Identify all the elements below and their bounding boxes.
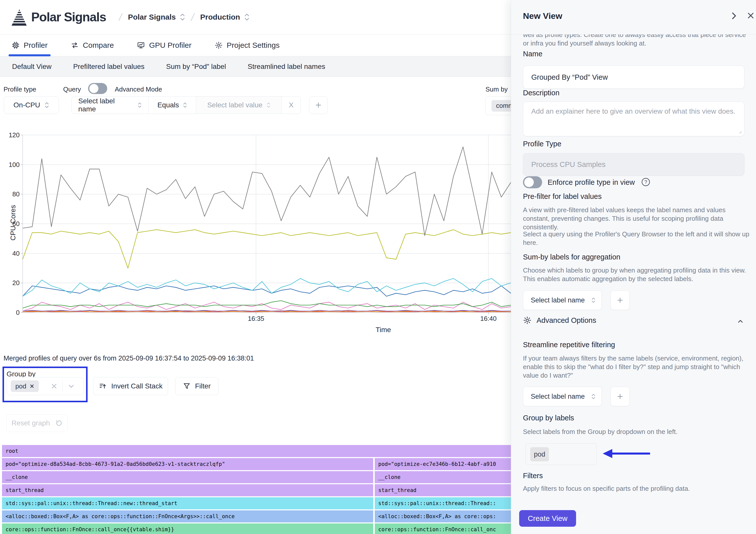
flame-frame-right[interactable]: std::sys::pal::unix::thread::Thread::	[375, 497, 511, 509]
groupby-labels-text: Select labels from the Group by dropdown…	[523, 427, 751, 436]
streamline-add-button[interactable]	[610, 387, 630, 406]
sumby-label-select[interactable]: Select label name	[523, 291, 602, 310]
collapse-panel-icon[interactable]	[730, 12, 738, 20]
sumby-add-button[interactable]	[610, 291, 630, 310]
chart-series	[23, 147, 511, 236]
streamline-label-select[interactable]: Select label name	[523, 387, 602, 406]
merged-profiles-text: Merged profiles of query over 6s from 20…	[4, 354, 254, 362]
flame-frame-left[interactable]: std::sys::pal::unix::thread::Thread::new…	[2, 497, 373, 509]
flame-frame-left[interactable]: core::ops::function::FnOnce::call_once{{…	[2, 523, 373, 534]
chevron-updown-icon	[591, 393, 595, 400]
tab-profiler[interactable]: Profiler	[12, 34, 47, 56]
flame-frame-left[interactable]: start_thread	[2, 484, 373, 496]
groupby-labels-heading: Group by labels	[523, 414, 574, 422]
close-panel-icon[interactable]	[747, 12, 755, 20]
prefilter-text: A view with pre-filtered label values ke…	[523, 206, 751, 231]
y-tick-label: 40	[9, 250, 20, 257]
breadcrumb-project[interactable]: Production	[200, 13, 250, 21]
resize-handle-icon[interactable]	[738, 130, 742, 134]
x-tick-label: 16:35	[248, 315, 264, 322]
operator-select[interactable]: Equals	[148, 96, 196, 114]
group-by-chip[interactable]: pod	[11, 380, 39, 392]
flame-frame-right[interactable]: __clone	[375, 471, 511, 483]
tab-label: GPU Profiler	[149, 41, 191, 50]
view-tab-sum-by-pod-label[interactable]: Sum by “Pod” label	[166, 63, 226, 71]
annotation-arrow-icon	[602, 448, 652, 459]
flame-frame-right[interactable]: pod="optimize-ec7e346b-6b12-4abf-a910	[375, 458, 511, 470]
flame-frame-root[interactable]: root	[2, 445, 511, 457]
name-input[interactable]: Grouped By “Pod” View	[523, 65, 744, 89]
description-textarea[interactable]: Add an explainer here to give an overvie…	[523, 102, 744, 136]
create-view-button[interactable]: Create View	[519, 510, 576, 527]
flame-frame-left[interactable]: pod="optimize-d8a534ad-8cbb-4673-91a2-0a…	[2, 458, 373, 470]
toggle-knob	[89, 84, 98, 93]
tab-project-settings[interactable]: Project Settings	[215, 34, 280, 56]
cpu-cores-chart[interactable]	[20, 133, 511, 315]
profile-type-label: Profile type	[4, 86, 36, 93]
panel-title: New View	[523, 11, 562, 21]
plus-icon	[314, 101, 322, 109]
group-by-select[interactable]: pod	[7, 377, 84, 395]
advanced-options-row[interactable]: Advanced Options	[523, 316, 596, 324]
remove-chip-icon[interactable]	[30, 384, 34, 389]
chevron-updown-icon	[266, 102, 271, 108]
chart-series	[23, 279, 511, 296]
chevron-updown-icon	[183, 102, 187, 108]
enforce-profile-type-label: Enforce profile type in view	[548, 178, 635, 187]
flame-frame-right[interactable]: start_thread	[375, 484, 511, 496]
label-name-select[interactable]: Select label name	[72, 96, 148, 114]
breadcrumb: / Polar Signals / Production	[119, 12, 250, 23]
clear-all-icon[interactable]	[51, 383, 57, 390]
sum-by-select[interactable]: comm	[485, 96, 511, 115]
x-tick-label: 16:40	[480, 315, 497, 322]
y-tick-label: 20	[9, 279, 20, 287]
plus-icon	[616, 296, 624, 304]
filter-button[interactable]: Filter	[175, 377, 218, 395]
groupby-pod-chip[interactable]: pod	[530, 447, 549, 461]
advanced-mode-toggle[interactable]	[88, 83, 107, 94]
chevron-updown-icon[interactable]	[244, 13, 250, 21]
reset-graph-button[interactable]: Reset graph	[6, 414, 68, 432]
tab-gpu-profiler[interactable]: GPU Profiler	[137, 34, 191, 56]
help-icon[interactable]: ?	[641, 177, 651, 187]
profile-type-label: Profile Type	[523, 140, 561, 148]
groupby-labels-box: pod	[526, 443, 597, 465]
chevron-updown-icon	[44, 102, 49, 109]
flame-frame-right[interactable]: core::ops::function::FnOnce::call_onc	[375, 523, 511, 534]
view-tab-default-view[interactable]: Default View	[12, 63, 52, 71]
chevron-down-icon[interactable]	[68, 383, 75, 390]
profile-type-select[interactable]: On-CPU	[4, 96, 59, 114]
app-header: Polar Signals / Polar Signals / Producti…	[0, 0, 511, 35]
profile-type-input[interactable]: Process CPU Samples	[523, 153, 744, 176]
tab-compare[interactable]: Compare	[71, 34, 114, 56]
chevron-updown-icon[interactable]	[180, 13, 185, 21]
label-value-select[interactable]: Select label value	[196, 96, 282, 114]
flame-frame-left[interactable]: <alloc::boxed::Box<F,A> as core::ops::fu…	[2, 510, 373, 522]
chevron-up-icon[interactable]	[737, 318, 744, 325]
breadcrumb-org[interactable]: Polar Signals	[128, 13, 185, 21]
panel-body: well as profile types. Create one to alw…	[511, 35, 756, 534]
y-tick-label: 120	[9, 131, 20, 139]
flame-graph[interactable]: rootpod="optimize-d8a534ad-8cbb-4673-91a…	[0, 445, 511, 534]
flame-frame-right[interactable]: <alloc::boxed::Box<F,A> as core::ops:	[375, 510, 511, 522]
query-label: Query	[63, 86, 81, 93]
streamline-text: If your team always filters by the same …	[523, 354, 751, 380]
description-label: Description	[523, 89, 559, 97]
invert-call-stack-button[interactable]: Invert Call Stack	[93, 377, 168, 395]
view-tab-prefiltered-label-values[interactable]: Prefiltered label values	[73, 63, 145, 71]
new-view-panel: New View well as profile types. Create o…	[511, 0, 756, 534]
gear-icon	[215, 41, 223, 49]
flame-frame-left[interactable]: __clone	[2, 471, 373, 483]
chevron-updown-icon	[138, 102, 142, 108]
add-matcher-button[interactable]	[309, 96, 328, 114]
sumby-text: Choose which labels to group by when agg…	[523, 266, 751, 283]
view-tab-streamlined-label-names[interactable]: Streamlined label names	[248, 63, 325, 71]
gpu-icon	[137, 41, 145, 49]
gear-icon	[523, 316, 531, 324]
invert-icon	[99, 382, 107, 390]
enforce-profile-type-toggle[interactable]	[523, 176, 542, 188]
tab-label: Compare	[83, 41, 114, 50]
clear-matcher-button[interactable]: X	[282, 96, 301, 114]
brand-wordmark: Polar Signals	[31, 10, 106, 24]
sum-by-chip[interactable]: comm	[492, 100, 511, 112]
